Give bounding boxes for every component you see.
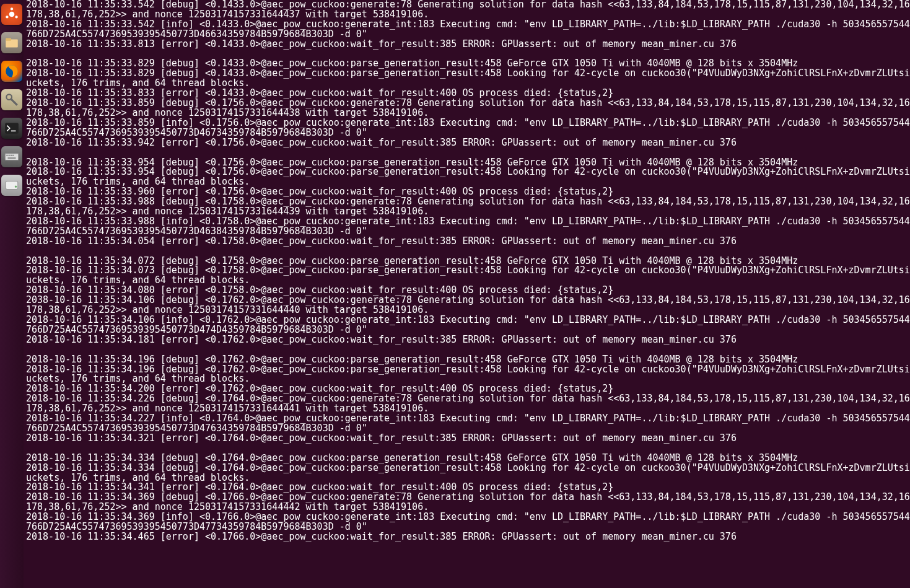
folder-icon: [4, 35, 20, 51]
svg-rect-11: [9, 155, 10, 156]
firefox-logo-icon: [4, 63, 20, 79]
log-line: 2018-10-16 11:35:34.054 [error] <0.1758.…: [26, 237, 908, 247]
svg-rect-14: [8, 157, 16, 159]
log-line: 2018-10-16 11:35:34.321 [error] <0.1764.…: [26, 434, 908, 444]
dash-icon[interactable]: [1, 4, 22, 25]
log-line: 2018-10-16 11:35:33.942 [error] <0.1756.…: [26, 138, 908, 148]
svg-point-16: [15, 186, 17, 188]
svg-rect-15: [6, 182, 18, 190]
keyboard-icon[interactable]: [1, 146, 22, 167]
svg-point-3: [15, 15, 17, 18]
log-line: 2018-10-16 11:35:34.465 [error] <0.1766.…: [26, 532, 908, 542]
svg-rect-12: [11, 155, 12, 156]
svg-rect-8: [5, 123, 19, 133]
svg-rect-13: [12, 155, 14, 156]
terminal-output[interactable]: 2018-10-16 11:35:33.542 [debug] <0.1433.…: [24, 0, 910, 588]
settings-icon[interactable]: [1, 89, 22, 110]
drive-icon: [4, 177, 20, 193]
svg-rect-5: [6, 38, 11, 40]
files-icon[interactable]: [1, 32, 22, 53]
log-line: [26, 542, 908, 552]
keyboard-keys-icon: [4, 149, 20, 165]
firefox-icon[interactable]: [1, 61, 22, 82]
disk-icon[interactable]: [1, 175, 22, 196]
log-line: 2018-10-16 11:35:34.181 [error] <0.1762.…: [26, 335, 908, 345]
terminal-app-icon[interactable]: [1, 118, 22, 139]
svg-point-2: [6, 15, 8, 18]
ubuntu-logo-icon: [4, 6, 20, 22]
log-line: 2018-10-16 11:35:33.813 [error] <0.1433.…: [26, 40, 908, 50]
svg-rect-10: [6, 155, 7, 156]
svg-point-1: [11, 7, 13, 10]
gear-wrench-icon: [4, 92, 20, 108]
svg-rect-9: [5, 154, 19, 160]
terminal-prompt-icon: [4, 120, 20, 136]
svg-point-0: [9, 12, 15, 17]
unity-launcher: [0, 0, 24, 588]
